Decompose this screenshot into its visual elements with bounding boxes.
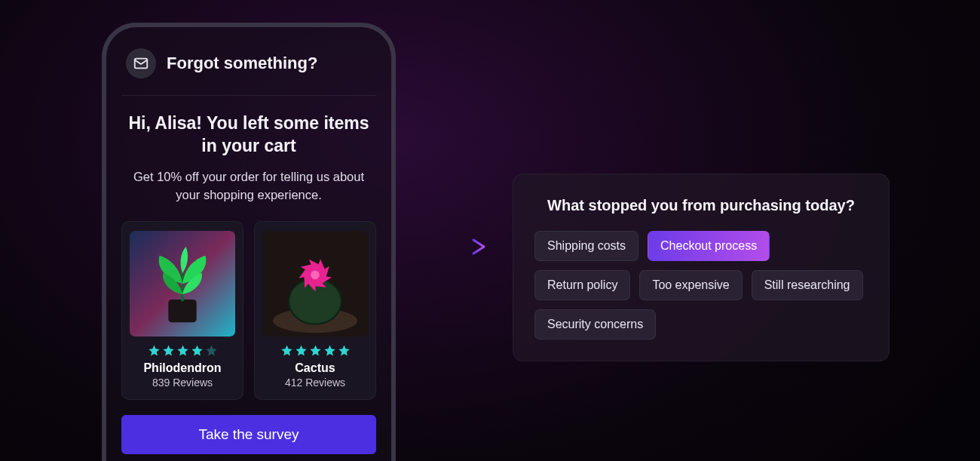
- product-name: Cactus: [262, 361, 368, 375]
- option-shipping-costs[interactable]: Shipping costs: [534, 231, 639, 261]
- email-header: Forgot something?: [121, 41, 376, 96]
- take-survey-button[interactable]: Take the survey: [121, 415, 376, 454]
- option-still-researching[interactable]: Still researching: [752, 270, 863, 300]
- arrow-icon: [422, 235, 490, 261]
- option-security-concerns[interactable]: Security concerns: [534, 309, 656, 340]
- svg-rect-2: [168, 300, 196, 322]
- email-header-title: Forgot something?: [167, 54, 317, 73]
- product-reviews: 412 Reviews: [262, 376, 368, 389]
- product-image: [130, 231, 235, 337]
- option-return-policy[interactable]: Return policy: [534, 270, 630, 300]
- product-card-cactus[interactable]: Cactus 412 Reviews: [254, 221, 376, 400]
- product-list: Philodendron 839 Reviews: [121, 221, 376, 400]
- star-rating: [262, 344, 368, 357]
- product-reviews: 839 Reviews: [130, 376, 235, 389]
- star-rating: [130, 344, 235, 357]
- option-too-expensive[interactable]: Too expensive: [639, 270, 742, 300]
- svg-point-7: [311, 270, 320, 279]
- survey-options: Shipping costs Checkout process Return p…: [534, 231, 868, 340]
- email-subtext: Get 10% off your order for telling us ab…: [121, 168, 376, 204]
- option-checkout-process[interactable]: Checkout process: [648, 231, 770, 261]
- product-image: [262, 231, 368, 337]
- mail-icon: [126, 48, 156, 78]
- survey-card: What stopped you from purchasing today? …: [513, 174, 890, 361]
- product-card-philodendron[interactable]: Philodendron 839 Reviews: [121, 221, 243, 400]
- product-name: Philodendron: [130, 361, 235, 375]
- survey-question: What stopped you from purchasing today?: [534, 197, 868, 214]
- email-greeting: Hi, Alisa! You left some items in your c…: [121, 112, 376, 158]
- phone-mockup: Forgot something? Hi, Alisa! You left so…: [102, 23, 396, 461]
